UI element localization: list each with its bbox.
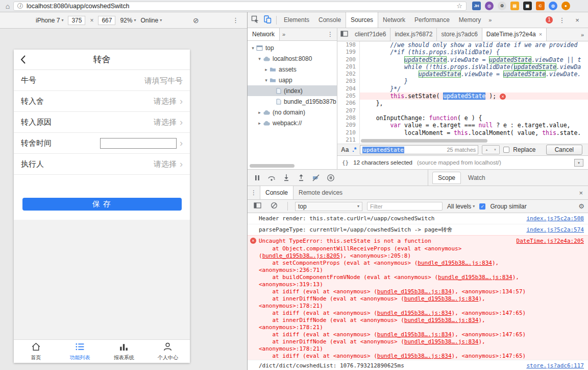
line-number[interactable]: 203 <box>337 78 360 85</box>
log-level-select[interactable]: All levels▾ <box>447 203 475 210</box>
code-text[interactable]: var value = e.target === null ? e : e.ta… <box>360 122 588 129</box>
tab-remote-devices[interactable]: Remote devices <box>293 186 348 199</box>
step-out-button[interactable] <box>297 174 305 181</box>
file-tab[interactable]: client?1de6 <box>351 28 390 41</box>
stack-frame-link[interactable]: bundle_d195b38….js:834 <box>377 310 452 316</box>
tree-item-localhost-8080[interactable]: ▾localhost:8080 <box>248 53 337 64</box>
stack-frame-link[interactable]: bundle_d195b38….js:834 <box>404 338 479 345</box>
tree-expand-icon[interactable]: ▸ <box>257 110 262 115</box>
tree-expand-icon[interactable]: ▾ <box>250 45 256 51</box>
stack-frame-link[interactable]: bundle_d195b38….js:834 <box>404 295 479 302</box>
line-number[interactable]: 211 <box>337 136 360 144</box>
device-toolbar-menu-icon[interactable]: ⋮ <box>232 16 239 24</box>
tab-console[interactable]: Console <box>260 186 293 199</box>
tab-network[interactable]: Network <box>248 28 280 40</box>
form-row[interactable]: 转入舍请选择› <box>14 91 190 112</box>
tab-performance[interactable]: Performance <box>410 12 454 28</box>
code-text[interactable]: onInputChange: function( e ) { <box>360 114 588 122</box>
stack-frame-link[interactable]: bundle_d195b38….js:834 <box>418 260 492 266</box>
source-link[interactable]: store.js?adc6:117 <box>526 362 584 369</box>
step-over-button[interactable] <box>267 174 276 181</box>
error-count-badge[interactable]: 1 <box>546 16 553 24</box>
clear-console-icon[interactable] <box>268 202 280 211</box>
file-tab[interactable]: index.js?6872 <box>390 28 437 41</box>
console-sidebar-icon[interactable] <box>251 202 263 210</box>
code-text[interactable]: updatedState.viewDate = updatedState.vie… <box>360 56 588 63</box>
tree-item-bundle-d195b387b[interactable]: bundle_d195b387b <box>248 96 337 107</box>
tab-watch[interactable]: Watch <box>463 172 491 183</box>
line-number[interactable]: 209 <box>337 122 360 129</box>
tree-item--no-domain-[interactable]: ▸(no domain) <box>248 107 337 118</box>
code-text[interactable]: localMoment = this.localMoment( value, t… <box>360 129 588 136</box>
tab-memory[interactable]: Memory <box>454 12 485 28</box>
page-info-icon[interactable]: i <box>17 3 23 9</box>
save-button[interactable]: 保 存 <box>22 198 182 211</box>
rotate-icon[interactable]: ⊘ <box>193 16 199 25</box>
file-tab[interactable]: store.js?adc6 <box>437 28 482 41</box>
line-number[interactable]: 198 <box>337 41 360 49</box>
stack-frame-link[interactable]: bundle_d195b38….js:834 <box>377 353 452 359</box>
source-link[interactable]: DateTime.js?2e4a:205 <box>517 237 584 245</box>
line-number[interactable]: 206 <box>337 100 360 107</box>
drawer-close-icon[interactable]: × <box>579 189 588 197</box>
panel-dropdown-icon[interactable]: ▾ <box>574 159 583 167</box>
line-number[interactable]: 200 <box>337 56 360 63</box>
context-selector[interactable]: top ▾ <box>295 202 362 211</box>
form-row[interactable]: 转入原因请选择› <box>14 112 190 133</box>
deactivate-breakpoints-button[interactable] <box>312 174 320 181</box>
stack-frame-link[interactable]: bundle_d195b38….js:834 <box>404 317 479 323</box>
tree-item-uapp[interactable]: ▾uapp <box>248 75 337 85</box>
search-query[interactable]: updatedState <box>362 147 404 153</box>
throttling-select[interactable]: Online▾ <box>140 17 162 24</box>
line-number[interactable]: 201 <box>337 63 360 71</box>
code-editor[interactable]: 198 //we should only show a valid date i… <box>337 41 588 144</box>
line-number[interactable]: 207 <box>337 107 360 114</box>
tree-scrollbar[interactable] <box>250 164 295 168</box>
line-number[interactable]: 199 <box>337 49 360 56</box>
line-number[interactable]: 210 <box>337 129 360 136</box>
tab-sources[interactable]: Sources <box>346 12 378 28</box>
previous-match-button[interactable]: ▲ <box>482 145 491 154</box>
tree-expand-icon[interactable]: ▸ <box>257 121 262 126</box>
extension-jh-icon[interactable]: JH <box>472 2 481 10</box>
zoom-select[interactable]: 92%▾ <box>120 17 136 24</box>
device-select[interactable]: iPhone 7▾ <box>36 17 63 24</box>
code-text[interactable]: this.setState( updatedState );× <box>360 92 588 100</box>
navigator-toggle-icon[interactable] <box>337 31 351 38</box>
close-tab-icon[interactable]: × <box>539 28 542 41</box>
tree-item--index-[interactable]: (index) <box>248 85 337 96</box>
extension-gear-icon[interactable]: ⚙ <box>498 2 506 10</box>
code-text[interactable]: updatedState.viewDate = updatedState.vie… <box>360 71 588 78</box>
pretty-print-icon[interactable]: {} <box>342 159 349 166</box>
stack-frame-link[interactable]: bundle_d195b38….js:834 <box>438 274 512 281</box>
url-text[interactable]: localhost:8080/uapp/cowshedSwitch <box>27 3 453 10</box>
pause-on-exceptions-button[interactable] <box>327 174 335 182</box>
code-text[interactable]: }*/ <box>360 85 588 92</box>
source-link[interactable]: index.js?5c2a:508 <box>526 215 584 222</box>
cancel-button[interactable]: Cancel <box>546 145 582 155</box>
line-number[interactable]: 208 <box>337 114 360 122</box>
devtools-menu-icon[interactable]: ⋮ <box>556 16 568 24</box>
back-button[interactable] <box>20 55 26 66</box>
tree-item-webpack-[interactable]: ▸webpack:// <box>248 118 337 128</box>
console-filter-input[interactable] <box>367 202 443 211</box>
line-number[interactable]: 205 <box>337 92 360 100</box>
group-similar-checkbox[interactable]: ✓ <box>479 203 485 210</box>
more-tabs-icon[interactable]: » <box>485 17 495 23</box>
code-text[interactable] <box>360 107 588 114</box>
code-text[interactable]: }, <box>360 100 588 107</box>
line-number[interactable]: 202 <box>337 71 360 78</box>
address-bar[interactable]: i localhost:8080/uapp/cowshedSwitch ☆ <box>13 2 467 11</box>
regex-toggle[interactable]: .* <box>352 146 356 153</box>
stack-frame-link[interactable]: bundle_d195b38….js:834 <box>377 288 452 295</box>
extension-qr-icon[interactable]: ▦ <box>523 2 532 10</box>
bookmark-star-icon[interactable]: ☆ <box>456 2 462 10</box>
device-toggle-icon[interactable] <box>261 15 274 25</box>
extension-cors-icon[interactable]: C <box>536 2 545 10</box>
tab-elements[interactable]: Elements <box>279 12 314 28</box>
extension-red-icon[interactable]: ● <box>561 2 570 10</box>
cow-number-input[interactable] <box>86 76 183 85</box>
more-tabs-icon[interactable]: » <box>282 31 285 37</box>
nav-item-chart[interactable]: 报表系统 <box>102 340 146 363</box>
code-text[interactable]: /*if (this.props.isValidDate) { <box>360 49 588 56</box>
